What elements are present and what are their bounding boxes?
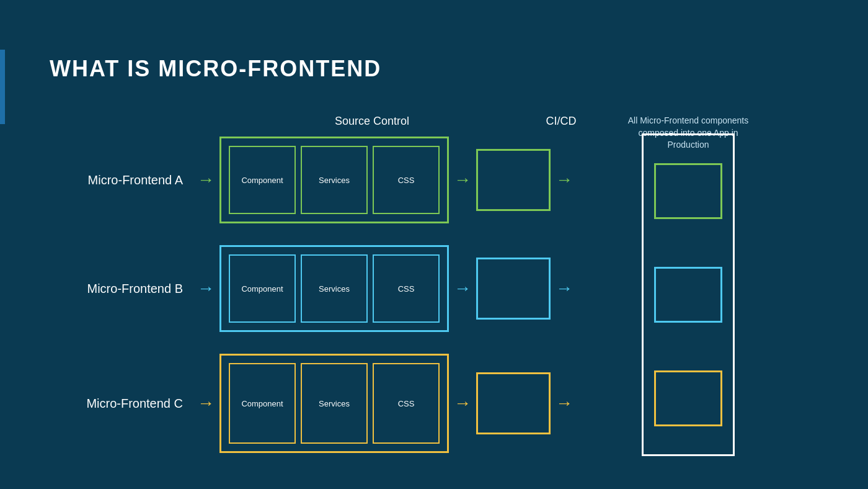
- arrow-c-3: →: [556, 395, 573, 412]
- cell-c-services: Services: [301, 363, 368, 444]
- prod-item-b: [654, 267, 722, 323]
- mfe-c-label: Micro-Frontend C: [50, 397, 192, 411]
- mfe-a-label: Micro-Frontend A: [50, 173, 192, 187]
- cicd-box-b: [476, 258, 551, 320]
- arrow-b-3: →: [556, 280, 573, 297]
- cell-b-services: Services: [301, 254, 368, 323]
- sc-box-a: Component Services CSS: [219, 137, 449, 223]
- sc-box-c: Component Services CSS: [219, 354, 449, 453]
- sc-box-b: Component Services CSS: [219, 245, 449, 332]
- mfe-row-b: Micro-Frontend B → Component Services CS…: [50, 245, 639, 332]
- page-title: WHAT IS MICRO-FRONTEND: [50, 56, 381, 82]
- arrow-a-3: →: [556, 171, 573, 189]
- accent-bar: [0, 50, 5, 124]
- cell-b-component: Component: [229, 254, 296, 323]
- cicd-label: CI/CD: [521, 115, 601, 128]
- arrow-b-1: →: [197, 280, 215, 297]
- cell-c-component: Component: [229, 363, 296, 444]
- source-control-label: Source Control: [248, 115, 496, 128]
- cell-b-css: CSS: [373, 254, 440, 323]
- prod-item-a: [654, 163, 722, 219]
- cell-a-services: Services: [301, 146, 368, 214]
- arrow-c-2: →: [454, 395, 471, 412]
- cicd-box-c: [476, 372, 551, 434]
- mfe-row-c: Micro-Frontend C → Component Services CS…: [50, 354, 639, 453]
- arrow-b-2: →: [454, 280, 471, 297]
- mfe-row-a: Micro-Frontend A → Component Services CS…: [50, 137, 639, 223]
- mfe-b-label: Micro-Frontend B: [50, 282, 192, 296]
- arrow-a-1: →: [197, 171, 215, 189]
- diagram-area: Source Control CI/CD All Micro-Frontend …: [50, 115, 843, 470]
- prod-container: [642, 133, 735, 456]
- arrow-c-1: →: [197, 395, 215, 412]
- cicd-box-a: [476, 149, 551, 211]
- cell-a-component: Component: [229, 146, 296, 214]
- cell-a-css: CSS: [373, 146, 440, 214]
- cell-c-css: CSS: [373, 363, 440, 444]
- prod-item-c: [654, 370, 722, 426]
- arrow-a-2: →: [454, 171, 471, 189]
